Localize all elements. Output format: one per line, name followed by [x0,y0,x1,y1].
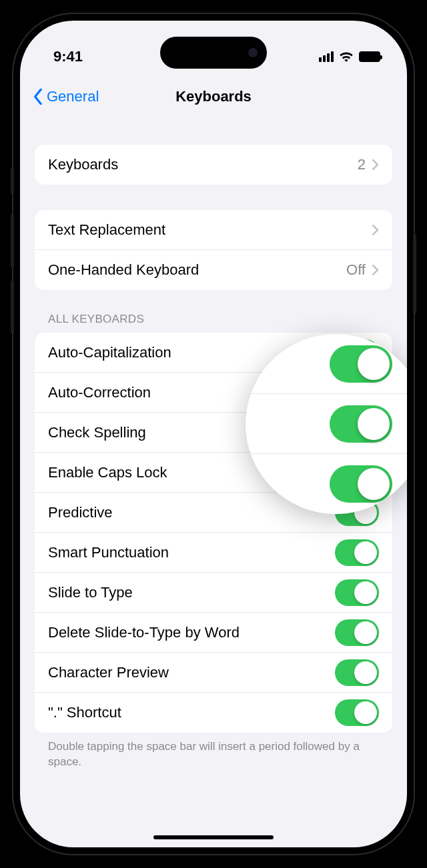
row-smart-punctuation: Smart Punctuation [35,533,392,573]
toggle-slide-to-type[interactable] [335,579,379,606]
nav-bar: General Keyboards [20,74,407,119]
row-label: Slide to Type [48,584,133,601]
group-text-options: Text Replacement One-Handed Keyboard Off [35,210,392,290]
dynamic-island [160,37,267,69]
chevron-right-icon [372,225,379,235]
toggle-delete-slide-to-type-by-word[interactable] [335,619,379,646]
wifi-icon [339,51,354,62]
row-text-replacement[interactable]: Text Replacement [35,210,392,250]
phone-frame: 9:41 General Keyboards [13,14,414,854]
row-one-handed-keyboard[interactable]: One-Handed Keyboard Off [35,250,392,290]
row-label: Keyboards [48,156,118,173]
chevron-left-icon [33,89,43,105]
row-label: Auto-Capitalization [48,344,171,361]
section-header-all-keyboards: ALL KEYBOARDS [35,290,392,333]
row-value: 2 [358,156,366,173]
toggle-smart-punctuation[interactable] [335,539,379,566]
toggle-character-preview[interactable] [335,659,379,686]
row-label: Smart Punctuation [48,544,169,561]
battery-icon [359,51,380,62]
row-label: Delete Slide-to-Type by Word [48,624,240,641]
cellular-icon [319,51,334,62]
screen: 9:41 General Keyboards [20,21,407,847]
magnifier-row [246,394,407,454]
row-label: Text Replacement [48,221,165,239]
silent-switch [11,167,14,194]
row-delete-slide-to-type-by-word: Delete Slide-to-Type by Word [35,613,392,653]
page-title: Keyboards [175,88,252,105]
chevron-right-icon [372,159,379,170]
row-label: Auto-Correction [48,384,151,401]
home-indicator[interactable] [153,835,274,839]
row-character-preview: Character Preview [35,653,392,693]
status-time: 9:41 [53,48,83,65]
row-value: Off [346,261,366,279]
magnified-toggle [330,405,392,443]
group-keyboards: Keyboards 2 [35,145,392,185]
power-button [413,234,416,314]
row-period-shortcut: "." Shortcut [35,693,392,733]
back-label: General [47,88,99,105]
magnified-toggle [330,345,392,383]
magnified-toggle [330,465,392,503]
back-button[interactable]: General [33,88,99,105]
chevron-right-icon [372,265,379,275]
volume-up-button [11,214,14,267]
row-label: Enable Caps Lock [48,464,167,481]
volume-down-button [11,281,14,334]
row-label: "." Shortcut [48,704,121,721]
footer-text: Double tapping the space bar will insert… [35,733,392,770]
row-label: Character Preview [48,664,169,681]
row-label: Predictive [48,504,113,521]
toggle-period-shortcut[interactable] [335,699,379,726]
row-label: Check Spelling [48,424,146,441]
status-right [319,51,380,62]
row-label: One-Handed Keyboard [48,261,199,279]
row-keyboards[interactable]: Keyboards 2 [35,145,392,185]
row-slide-to-type: Slide to Type [35,573,392,613]
